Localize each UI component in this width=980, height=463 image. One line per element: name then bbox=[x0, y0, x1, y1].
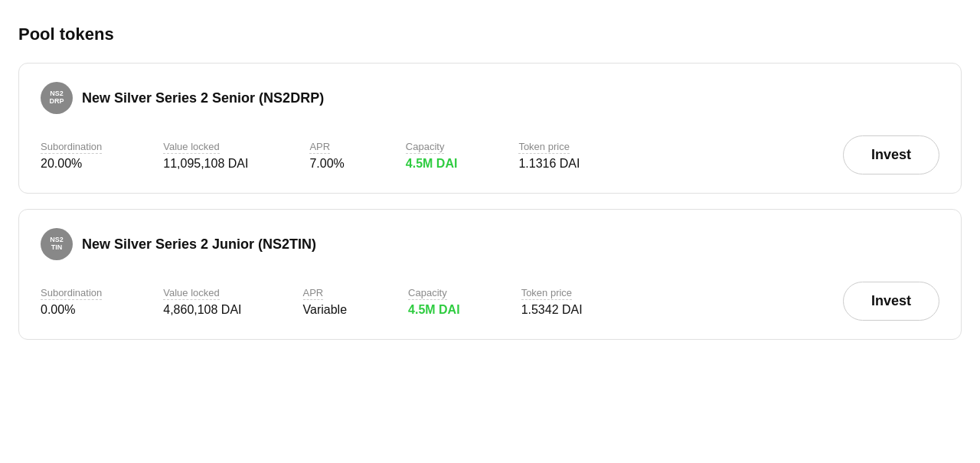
invest-button-senior[interactable]: Invest bbox=[843, 135, 939, 174]
metric-value-senior-1: 11,095,108 DAI bbox=[163, 157, 248, 171]
metrics-row-senior: Subordination20.00%Value locked11,095,10… bbox=[41, 135, 939, 174]
token-avatar-senior: NS2DRP bbox=[41, 82, 73, 114]
metric-value-junior-1: 4,860,108 DAI bbox=[163, 303, 241, 317]
metric-value-senior-3: 4.5M DAI bbox=[406, 157, 458, 171]
card-title-junior: New Silver Series 2 Junior (NS2TIN) bbox=[82, 236, 316, 253]
metric-junior-2: APRVariable bbox=[303, 285, 348, 317]
metric-junior-1: Value locked4,860,108 DAI bbox=[163, 285, 241, 317]
metric-senior-2: APR7.00% bbox=[309, 139, 344, 171]
metrics-row-junior: Subordination0.00%Value locked4,860,108 … bbox=[41, 282, 939, 321]
invest-button-junior[interactable]: Invest bbox=[843, 282, 939, 321]
metric-value-junior-3: 4.5M DAI bbox=[408, 303, 460, 317]
metric-label-junior-1: Value locked bbox=[163, 287, 219, 300]
metric-label-junior-3: Capacity bbox=[408, 287, 447, 300]
card-header-senior: NS2DRPNew Silver Series 2 Senior (NS2DRP… bbox=[41, 82, 939, 114]
pool-card-junior: NS2TINNew Silver Series 2 Junior (NS2TIN… bbox=[18, 209, 962, 340]
metric-label-senior-1: Value locked bbox=[163, 141, 219, 154]
metric-label-junior-0: Subordination bbox=[41, 287, 102, 300]
metric-junior-0: Subordination0.00% bbox=[41, 285, 102, 317]
metric-value-junior-2: Variable bbox=[303, 303, 348, 317]
card-header-junior: NS2TINNew Silver Series 2 Junior (NS2TIN… bbox=[41, 228, 939, 260]
metric-label-junior-4: Token price bbox=[521, 287, 572, 300]
metric-value-junior-4: 1.5342 DAI bbox=[521, 303, 583, 317]
metric-value-senior-4: 1.1316 DAI bbox=[518, 157, 580, 171]
metric-label-senior-4: Token price bbox=[518, 141, 569, 154]
metric-senior-0: Subordination20.00% bbox=[41, 139, 102, 171]
metric-label-senior-0: Subordination bbox=[41, 141, 102, 154]
metric-label-senior-2: APR bbox=[309, 141, 330, 154]
metric-value-senior-2: 7.00% bbox=[309, 157, 344, 171]
metric-value-senior-0: 20.00% bbox=[41, 157, 102, 171]
metric-senior-1: Value locked11,095,108 DAI bbox=[163, 139, 248, 171]
metric-value-junior-0: 0.00% bbox=[41, 303, 102, 317]
metric-junior-3: Capacity4.5M DAI bbox=[408, 285, 460, 317]
metric-senior-4: Token price1.1316 DAI bbox=[518, 139, 580, 171]
page-title: Pool tokens bbox=[18, 24, 962, 44]
token-avatar-junior: NS2TIN bbox=[41, 228, 73, 260]
card-title-senior: New Silver Series 2 Senior (NS2DRP) bbox=[82, 90, 324, 106]
metric-label-senior-3: Capacity bbox=[406, 141, 445, 154]
metric-label-junior-2: APR bbox=[303, 287, 324, 300]
pool-card-senior: NS2DRPNew Silver Series 2 Senior (NS2DRP… bbox=[18, 63, 962, 194]
metric-junior-4: Token price1.5342 DAI bbox=[521, 285, 583, 317]
metric-senior-3: Capacity4.5M DAI bbox=[406, 139, 458, 171]
